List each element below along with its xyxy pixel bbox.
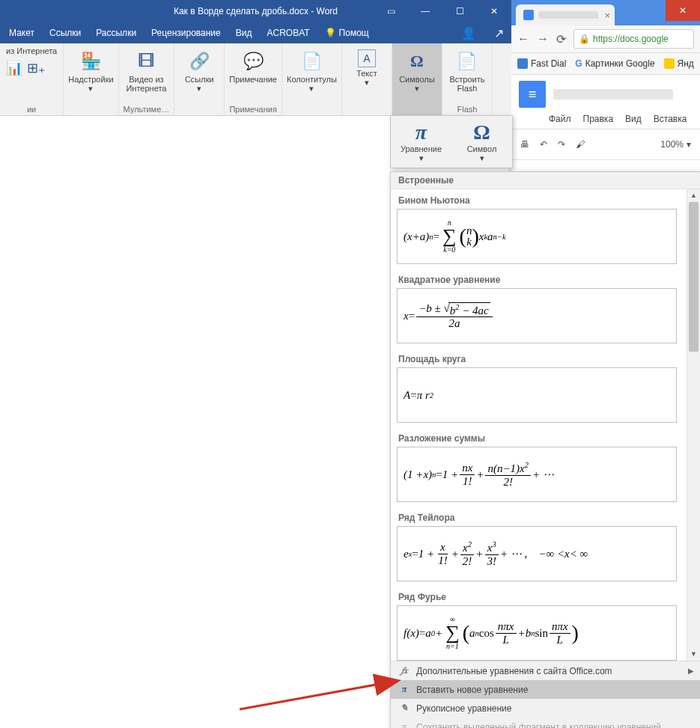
scroll-up-icon[interactable]: ▲ <box>687 189 700 202</box>
equation-preview: ex = 1 + x1! + x22! + x33! + ⋯ , −∞ < x … <box>397 526 677 581</box>
tab-layout[interactable]: Макет <box>9 28 34 38</box>
tell-me-search[interactable]: 💡Помощ <box>325 28 369 38</box>
tab-mailings[interactable]: Рассылки <box>96 28 136 38</box>
menu-save-selection: π Сохранить выделенный фрагмент в коллек… <box>391 718 700 728</box>
bookmark-icon <box>664 58 675 69</box>
lightbulb-icon: 💡 <box>325 28 336 38</box>
equation-item-fourier[interactable]: Ряд Фурье f(x) = a0 + ∞∑n=1 ( an cosnπxL… <box>391 586 683 661</box>
ribbon-group-headers: 📄 Колонтитулы▾ <box>282 43 342 115</box>
share-icon[interactable]: ↗ <box>494 26 504 40</box>
screenshot-icon[interactable]: ⊞₊ <box>27 60 46 76</box>
ribbon-group-media: 🎞 Видео из Интернета Мультиме… <box>119 43 175 115</box>
gallery-scroll-area: Бином Ньютона (x + a)n = n∑k=0 (nk) xkan… <box>391 189 700 661</box>
ribbon-group-comments: 💬 Примечание Примечания <box>225 43 282 115</box>
back-icon[interactable]: ← <box>517 32 529 46</box>
chrome-tabbar: × ✕ <box>511 0 700 25</box>
online-video-button[interactable]: 🎞 Видео из Интернета <box>126 46 166 93</box>
chevron-down-icon: ▾ <box>687 139 691 150</box>
bookmark-google-images[interactable]: GКартинки Google <box>575 58 654 69</box>
equation-item-quadratic[interactable]: Квадратное уравнение x = −b ± b2 − 4ac2a <box>391 269 683 343</box>
comment-button[interactable]: 💬 Примечание <box>229 46 277 84</box>
chevron-right-icon: ▶ <box>688 667 694 675</box>
symbol-button[interactable]: Ω Символ▾ <box>451 116 512 168</box>
google-docs-icon[interactable]: ≡ <box>519 81 546 108</box>
account-icon[interactable]: 👤 <box>461 26 476 40</box>
maximize-icon[interactable]: ☐ <box>442 0 477 22</box>
group-label-flash: Flash <box>457 105 477 115</box>
tab-review[interactable]: Рецензирование <box>151 28 221 38</box>
chrome-close-button[interactable]: ✕ <box>666 0 700 21</box>
group-label-comments: Примечания <box>229 105 277 115</box>
chrome-navbar: ← → ⟳ 🔒 https://docs.google <box>511 25 700 53</box>
url-bar[interactable]: 🔒 https://docs.google <box>573 29 694 49</box>
gallery-scrollbar[interactable]: ▲ ▼ <box>687 189 700 661</box>
chrome-tab[interactable]: × <box>516 4 615 25</box>
minimize-icon[interactable]: — <box>408 0 442 22</box>
bookmark-icon: G <box>575 58 582 69</box>
pi-icon: π <box>416 120 427 144</box>
tab-references[interactable]: Ссылки <box>49 28 81 38</box>
redo-icon[interactable]: ↷ <box>558 139 565 150</box>
menu-insert-new-equation[interactable]: π Вставить новое уравнение <box>391 680 700 699</box>
docs-title-placeholder[interactable] <box>553 89 673 100</box>
reload-icon[interactable]: ⟳ <box>556 32 566 46</box>
ribbon-group-links: 🔗 Ссылки▾ <box>174 43 225 115</box>
addins-button[interactable]: 🏪 Надстройки▾ <box>68 46 113 94</box>
word-ribbon-tabs: Макет Ссылки Рассылки Рецензирование Вид… <box>0 22 511 43</box>
header-footer-icon: 📄 <box>302 49 322 73</box>
print-icon[interactable]: 🖶 <box>520 139 529 150</box>
headers-button[interactable]: 📄 Колонтитулы▾ <box>287 46 337 94</box>
omega-icon: Ω <box>410 49 424 73</box>
equation-button[interactable]: π Уравнение▾ <box>391 116 451 168</box>
tab-view[interactable]: Вид <box>236 28 252 38</box>
docs-menubar: Файл Правка Вид Вставка <box>511 114 700 129</box>
docs-menu-edit[interactable]: Правка <box>583 114 614 124</box>
scroll-down-icon[interactable]: ▼ <box>687 648 700 661</box>
from-internet-label[interactable]: из Интернета <box>6 46 57 55</box>
word-titlebar: Как в Ворде сделать дробь.docx - Word ▭ … <box>0 0 511 22</box>
links-button[interactable]: 🔗 Ссылки▾ <box>179 46 219 94</box>
pi-icon: π <box>398 684 410 695</box>
equation-preview: (x + a)n = n∑k=0 (nk) xkan−k <box>397 209 677 264</box>
equation-item-circle-area[interactable]: Площадь круга A = π r2 <box>391 348 683 423</box>
equation-gallery-menu: 𝑓𝑥 Дополнительные уравнения с сайта Offi… <box>391 661 700 728</box>
zoom-dropdown[interactable]: 100%▾ <box>660 139 691 150</box>
tab-acrobat[interactable]: ACROBAT <box>267 28 309 38</box>
ribbon-display-options-icon[interactable]: ▭ <box>374 0 408 22</box>
docs-toolbar: 🖶 ↶ ↷ 🖌 100%▾ <box>511 129 700 160</box>
equation-item-sum-expansion[interactable]: Разложение суммы (1 + x)n = 1 + nx1! + n… <box>391 427 683 502</box>
docs-menu-file[interactable]: Файл <box>549 114 571 124</box>
undo-icon[interactable]: ↶ <box>540 139 547 150</box>
ribbon-group-text: A Текст▾ <box>342 43 392 115</box>
pi-icon: π <box>398 721 410 728</box>
bookmark-yandex[interactable]: Янд <box>664 58 694 69</box>
equation-preview: A = π r2 <box>397 367 677 423</box>
close-icon[interactable]: ✕ <box>477 0 511 22</box>
flash-icon: 📄 <box>457 49 477 73</box>
chrome-tab-title <box>538 11 598 19</box>
equation-item-binomial[interactable]: Бином Ньютона (x + a)n = n∑k=0 (nk) xkan… <box>391 189 683 264</box>
forward-icon[interactable]: → <box>537 32 549 46</box>
embed-flash-button[interactable]: 📄 Встроить Flash <box>447 46 487 93</box>
docs-favicon-icon <box>523 10 534 20</box>
bookmark-fastdial[interactable]: Fast Dial <box>517 58 566 69</box>
text-button[interactable]: A Текст▾ <box>347 46 387 88</box>
menu-ink-equation[interactable]: ✎ Рукописное уравнение <box>391 699 700 718</box>
word-document-area[interactable] <box>0 115 397 728</box>
close-icon[interactable]: × <box>604 10 610 21</box>
docs-menu-view[interactable]: Вид <box>625 114 642 124</box>
group-label-multimedia: Мультиме… <box>124 105 170 115</box>
store-icon: 🏪 <box>81 49 101 73</box>
bookmark-icon <box>517 58 528 69</box>
menu-more-office[interactable]: 𝑓𝑥 Дополнительные уравнения с сайта Offi… <box>391 661 700 680</box>
scrollbar-thumb[interactable] <box>689 202 699 352</box>
docs-menu-insert[interactable]: Вставка <box>654 114 687 124</box>
symbols-button[interactable]: Ω Символы▾ <box>397 46 437 94</box>
chart-icon[interactable]: 📊 <box>6 60 22 76</box>
word-ribbon: из Интернета 📊 ⊞₊ ии 🏪 Надстройки▾ 🎞 <box>0 43 511 116</box>
ink-icon: ✎ <box>398 703 410 714</box>
ribbon-group-symbols: Ω Символы▾ <box>392 43 442 115</box>
paint-format-icon[interactable]: 🖌 <box>576 139 585 150</box>
equation-item-taylor[interactable]: Ряд Тейлора ex = 1 + x1! + x22! + x33! +… <box>391 507 683 581</box>
comment-icon: 💬 <box>243 49 264 73</box>
